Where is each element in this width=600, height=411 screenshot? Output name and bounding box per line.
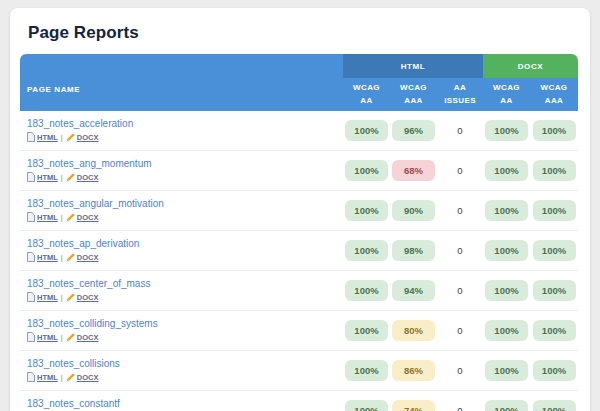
file-icon [27,212,35,222]
column-group-docx: DOCX [483,54,578,78]
score-badge: 86% [390,360,437,381]
page-name-link[interactable]: 183_notes_ang_momentum [27,158,343,169]
link-separator: | [61,173,63,182]
html-report-link[interactable]: HTML [37,253,58,262]
score-badge: 100% [343,400,390,411]
score-cells: 100%98%0100%100% [343,231,578,270]
page-name-link[interactable]: 183_notes_ap_derivation [27,238,343,249]
table-row: 183_notes_constantf HTML | DOCX 100%74%0… [20,391,578,411]
edit-pencil-icon [66,213,75,222]
edit-pencil-icon [66,333,75,342]
score-badge: 98% [390,240,437,261]
docx-report-link[interactable]: DOCX [77,133,99,142]
score-badge: 100% [483,320,530,341]
page-name-link[interactable]: 183_notes_center_of_mass [27,278,343,289]
score-badge: 100% [343,280,390,301]
score-cells: 100%74%0100%100% [343,391,578,411]
table-row: 183_notes_collisions HTML | DOCX 100%86%… [20,351,578,391]
link-separator: | [61,333,63,342]
issues-count: 0 [437,205,483,216]
table-row: 183_notes_angular_motivation HTML | DOCX… [20,191,578,231]
column-header-html-wcag-aa: WCAG AA [343,78,390,111]
table-body: 183_notes_acceleration HTML | DOCX 100%9… [20,111,578,411]
link-separator: | [61,293,63,302]
score-badge: 100% [530,120,578,141]
html-report-link[interactable]: HTML [37,213,58,222]
score-badge: 100% [343,240,390,261]
page-name-cell: 183_notes_constantf HTML | DOCX [20,391,343,411]
page-name-cell: 183_notes_angular_motivation HTML | DOCX [20,191,343,230]
html-report-link[interactable]: HTML [37,333,58,342]
column-header-html-wcag-aaa: WCAG AAA [390,78,437,111]
html-report-link[interactable]: HTML [37,373,58,382]
score-columns-header: HTML DOCX WCAG AA WCAG AAA AA ISSUES WCA… [343,54,578,111]
score-badge: 100% [530,160,578,181]
table-row: 183_notes_center_of_mass HTML | DOCX 100… [20,271,578,311]
score-badge: 100% [483,360,530,381]
file-icon [27,252,35,262]
score-badge: 96% [390,120,437,141]
score-badge: 100% [483,160,530,181]
report-links: HTML | DOCX [27,332,343,342]
link-separator: | [61,213,63,222]
page-name-cell: 183_notes_center_of_mass HTML | DOCX [20,271,343,310]
score-badge: 100% [530,360,578,381]
link-separator: | [61,133,63,142]
edit-pencil-icon [66,293,75,302]
score-badge: 74% [390,400,437,411]
score-badge: 100% [530,320,578,341]
issues-count: 0 [437,125,483,136]
edit-pencil-icon [66,173,75,182]
page-name-cell: 183_notes_ang_momentum HTML | DOCX [20,151,343,190]
report-links: HTML | DOCX [27,372,343,382]
score-badge: 100% [343,320,390,341]
file-icon [27,172,35,182]
html-report-link[interactable]: HTML [37,133,58,142]
issues-count: 0 [437,285,483,296]
score-badge: 100% [483,400,530,411]
score-cells: 100%86%0100%100% [343,351,578,390]
score-badge: 100% [530,280,578,301]
table-row: 183_notes_colliding_systems HTML | DOCX … [20,311,578,351]
column-header-docx-wcag-aa: WCAG AA [483,78,530,111]
score-badge: 100% [343,120,390,141]
report-links: HTML | DOCX [27,212,343,222]
docx-report-link[interactable]: DOCX [77,213,99,222]
column-header-docx-wcag-aaa: WCAG AAA [530,78,578,111]
page-name-link[interactable]: 183_notes_constantf [27,398,343,409]
page-name-cell: 183_notes_collisions HTML | DOCX [20,351,343,390]
score-badge: 100% [483,200,530,221]
html-report-link[interactable]: HTML [37,293,58,302]
score-badge: 94% [390,280,437,301]
sub-header-row: WCAG AA WCAG AAA AA ISSUES WCAG AA WCAG … [343,78,578,111]
html-report-link[interactable]: HTML [37,173,58,182]
score-cells: 100%94%0100%100% [343,271,578,310]
issues-count: 0 [437,325,483,336]
edit-pencil-icon [66,133,75,142]
page-name-link[interactable]: 183_notes_colliding_systems [27,318,343,329]
page-name-link[interactable]: 183_notes_acceleration [27,118,343,129]
table-row: 183_notes_acceleration HTML | DOCX 100%9… [20,111,578,151]
score-badge: 100% [483,280,530,301]
page-title: Page Reports [28,23,590,43]
score-badge: 90% [390,200,437,221]
docx-report-link[interactable]: DOCX [77,173,99,182]
page-name-link[interactable]: 183_notes_angular_motivation [27,198,343,209]
docx-report-link[interactable]: DOCX [77,373,99,382]
page-name-link[interactable]: 183_notes_collisions [27,358,343,369]
score-badge: 80% [390,320,437,341]
page-name-cell: 183_notes_ap_derivation HTML | DOCX [20,231,343,270]
table-row: 183_notes_ang_momentum HTML | DOCX 100%6… [20,151,578,191]
score-cells: 100%68%0100%100% [343,151,578,190]
issues-count: 0 [437,365,483,376]
docx-report-link[interactable]: DOCX [77,253,99,262]
report-links: HTML | DOCX [27,292,343,302]
file-icon [27,292,35,302]
score-badge: 100% [483,240,530,261]
docx-report-link[interactable]: DOCX [77,333,99,342]
score-badge: 68% [390,160,437,181]
file-icon [27,332,35,342]
score-badge: 100% [530,400,578,411]
issues-count: 0 [437,165,483,176]
docx-report-link[interactable]: DOCX [77,293,99,302]
